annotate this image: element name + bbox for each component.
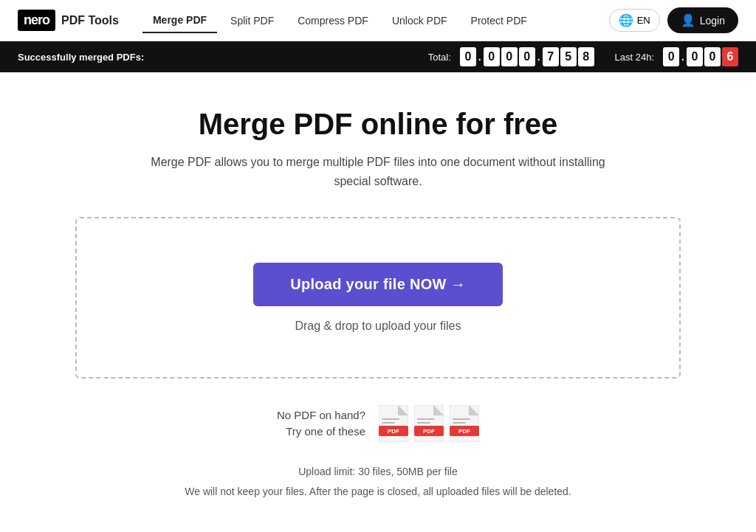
header-right: 🌐 EN 👤 Login (609, 7, 738, 33)
svg-rect-10 (417, 418, 435, 420)
nav-unlock-pdf[interactable]: Unlock PDF (382, 9, 458, 32)
svg-rect-4 (382, 418, 399, 420)
stats-bar: Successfully merged PDFs: Total: 0 . 0 0… (0, 41, 756, 72)
digit-4: 7 (543, 47, 559, 66)
lang-label: EN (637, 15, 650, 26)
stats-label: Successfully merged PDFs: (18, 52, 144, 63)
no-pdf-text: No PDF on hand? Try one of these (277, 407, 365, 441)
login-button[interactable]: 👤 Login (667, 7, 738, 33)
last24-digit-group: 0 . 0 0 6 (663, 47, 738, 66)
svg-rect-5 (382, 422, 395, 424)
logo-nero: nero (18, 10, 55, 31)
svg-rect-17 (453, 422, 466, 424)
svg-rect-11 (417, 422, 430, 424)
sample-pdf-1[interactable]: PDF (379, 405, 408, 442)
upload-area[interactable]: Upload your file NOW → Drag & drop to up… (75, 217, 681, 379)
svg-text:PDF: PDF (423, 428, 435, 435)
digit-l3: 6 (722, 47, 738, 66)
main-nav: Merge PDF Split PDF Compress PDF Unlock … (142, 8, 609, 33)
nav-split-pdf[interactable]: Split PDF (220, 9, 284, 32)
nav-compress-pdf[interactable]: Compress PDF (287, 9, 379, 32)
sample-pdf-2[interactable]: PDF (414, 405, 444, 442)
svg-text:PDF: PDF (458, 428, 470, 435)
digit-5: 5 (560, 47, 577, 66)
svg-text:PDF: PDF (388, 428, 399, 435)
stats-total-label: Total: (428, 52, 451, 63)
dot-2: . (537, 51, 540, 63)
language-button[interactable]: 🌐 EN (609, 9, 660, 32)
globe-icon: 🌐 (619, 13, 633, 27)
page-subtitle: Merge PDF allows you to merge multiple P… (142, 153, 614, 190)
sample-pdf-icons: PDF PDF (379, 405, 479, 442)
dot-3: . (681, 51, 684, 63)
digit-l0: 0 (663, 47, 679, 66)
page-title: Merge PDF online for free (75, 108, 681, 141)
drag-drop-text: Drag & drop to upload your files (295, 319, 461, 333)
digit-0: 0 (460, 47, 476, 66)
digit-2: 0 (501, 47, 518, 66)
upload-limits: Upload limit: 30 files, 50MB per file We… (75, 463, 681, 501)
login-label: Login (700, 15, 725, 27)
main-content: Merge PDF online for free Merge PDF allo… (61, 72, 695, 532)
header: nero PDF Tools Merge PDF Split PDF Compr… (0, 0, 756, 41)
sample-pdf-3[interactable]: PDF (450, 405, 479, 442)
upload-limit-text: Upload limit: 30 files, 50MB per file (75, 463, 681, 481)
logo-area: nero PDF Tools (18, 10, 119, 31)
privacy-note: We will not keep your files. After the p… (75, 483, 681, 501)
logo-text: PDF Tools (61, 14, 119, 27)
no-pdf-area: No PDF on hand? Try one of these PDF (75, 405, 681, 442)
nav-merge-pdf[interactable]: Merge PDF (142, 8, 217, 33)
total-digit-group: 0 . 0 0 0 . 7 5 8 (460, 47, 594, 66)
nav-protect-pdf[interactable]: Protect PDF (461, 9, 537, 32)
digit-1: 0 (484, 47, 500, 66)
digit-6: 8 (578, 47, 594, 66)
dot-1: . (478, 51, 481, 63)
stats-last24-label: Last 24h: (615, 52, 655, 63)
digit-l1: 0 (687, 47, 703, 66)
svg-rect-16 (453, 418, 470, 420)
digit-l2: 0 (704, 47, 721, 66)
digit-3: 0 (519, 47, 535, 66)
user-icon: 👤 (681, 13, 695, 27)
upload-button[interactable]: Upload your file NOW → (253, 263, 503, 306)
